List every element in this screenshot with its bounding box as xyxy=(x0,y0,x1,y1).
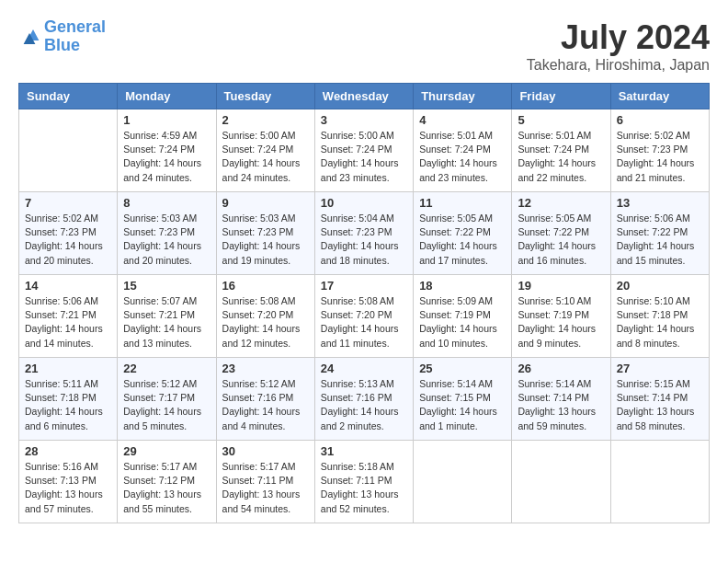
calendar-cell: 6Sunrise: 5:02 AMSunset: 7:23 PMDaylight… xyxy=(610,109,709,192)
day-info: Sunrise: 5:00 AMSunset: 7:24 PMDaylight:… xyxy=(321,129,407,185)
day-number: 4 xyxy=(419,113,506,127)
calendar-cell: 16Sunrise: 5:08 AMSunset: 7:20 PMDayligh… xyxy=(216,275,314,358)
day-info: Sunrise: 5:09 AMSunset: 7:19 PMDaylight:… xyxy=(419,294,506,350)
month-title: July 2024 xyxy=(527,18,710,57)
day-number: 28 xyxy=(25,444,111,458)
day-number: 8 xyxy=(123,196,210,210)
calendar-cell: 22Sunrise: 5:12 AMSunset: 7:17 PMDayligh… xyxy=(118,358,216,441)
column-header-monday: Monday xyxy=(118,84,216,109)
calendar-cell: 7Sunrise: 5:02 AMSunset: 7:23 PMDaylight… xyxy=(19,192,118,275)
day-info: Sunrise: 5:02 AMSunset: 7:23 PMDaylight:… xyxy=(617,129,703,185)
calendar-cell xyxy=(610,441,709,523)
calendar-cell: 8Sunrise: 5:03 AMSunset: 7:23 PMDaylight… xyxy=(118,192,216,275)
calendar-cell: 14Sunrise: 5:06 AMSunset: 7:21 PMDayligh… xyxy=(19,275,118,358)
day-number: 20 xyxy=(617,279,703,293)
day-info: Sunrise: 5:16 AMSunset: 7:13 PMDaylight:… xyxy=(25,460,111,516)
day-number: 19 xyxy=(518,279,604,293)
calendar-cell: 15Sunrise: 5:07 AMSunset: 7:21 PMDayligh… xyxy=(118,275,216,358)
day-number: 21 xyxy=(25,362,111,375)
day-info: Sunrise: 5:10 AMSunset: 7:18 PMDaylight:… xyxy=(617,294,703,350)
day-info: Sunrise: 5:10 AMSunset: 7:19 PMDaylight:… xyxy=(518,294,604,350)
logo-general: General xyxy=(44,17,106,36)
logo-blue: Blue xyxy=(44,36,80,54)
calendar-cell: 28Sunrise: 5:16 AMSunset: 7:13 PMDayligh… xyxy=(19,441,118,523)
day-number: 17 xyxy=(321,279,407,293)
calendar-cell: 12Sunrise: 5:05 AMSunset: 7:22 PMDayligh… xyxy=(512,192,610,275)
calendar-table: SundayMondayTuesdayWednesdayThursdayFrid… xyxy=(18,83,710,523)
day-number: 3 xyxy=(321,113,407,127)
column-header-sunday: Sunday xyxy=(19,84,118,109)
calendar-cell: 1Sunrise: 4:59 AMSunset: 7:24 PMDaylight… xyxy=(118,109,216,192)
calendar-cell: 10Sunrise: 5:04 AMSunset: 7:23 PMDayligh… xyxy=(314,192,413,275)
day-info: Sunrise: 5:08 AMSunset: 7:20 PMDaylight:… xyxy=(222,294,309,350)
calendar-cell: 11Sunrise: 5:05 AMSunset: 7:22 PMDayligh… xyxy=(414,192,512,275)
day-number: 25 xyxy=(419,362,506,375)
day-info: Sunrise: 5:07 AMSunset: 7:21 PMDaylight:… xyxy=(123,294,210,350)
day-number: 5 xyxy=(518,113,604,127)
calendar-cell xyxy=(512,441,610,523)
calendar-cell: 25Sunrise: 5:14 AMSunset: 7:15 PMDayligh… xyxy=(414,358,512,441)
day-info: Sunrise: 5:05 AMSunset: 7:22 PMDaylight:… xyxy=(419,212,506,268)
day-number: 1 xyxy=(123,113,210,127)
day-number: 26 xyxy=(518,362,604,375)
day-info: Sunrise: 5:06 AMSunset: 7:22 PMDaylight:… xyxy=(617,212,703,268)
day-info: Sunrise: 5:01 AMSunset: 7:24 PMDaylight:… xyxy=(419,129,506,185)
calendar-cell: 4Sunrise: 5:01 AMSunset: 7:24 PMDaylight… xyxy=(414,109,512,192)
page-header: General Blue July 2024 Takehara, Hiroshi… xyxy=(18,18,710,74)
calendar-cell xyxy=(19,109,118,192)
day-number: 23 xyxy=(222,362,309,375)
week-row-3: 14Sunrise: 5:06 AMSunset: 7:21 PMDayligh… xyxy=(19,275,710,358)
day-number: 11 xyxy=(419,196,506,210)
calendar-cell xyxy=(414,441,512,523)
week-row-2: 7Sunrise: 5:02 AMSunset: 7:23 PMDaylight… xyxy=(19,192,710,275)
calendar-cell: 19Sunrise: 5:10 AMSunset: 7:19 PMDayligh… xyxy=(512,275,610,358)
day-number: 15 xyxy=(123,279,210,293)
day-info: Sunrise: 5:05 AMSunset: 7:22 PMDaylight:… xyxy=(518,212,604,268)
day-number: 31 xyxy=(321,444,407,458)
day-info: Sunrise: 5:12 AMSunset: 7:16 PMDaylight:… xyxy=(222,377,309,433)
logo-icon xyxy=(18,26,40,48)
day-number: 6 xyxy=(617,113,703,127)
calendar-cell: 24Sunrise: 5:13 AMSunset: 7:16 PMDayligh… xyxy=(314,358,413,441)
calendar-cell: 9Sunrise: 5:03 AMSunset: 7:23 PMDaylight… xyxy=(216,192,314,275)
column-header-thursday: Thursday xyxy=(414,84,512,109)
calendar-cell: 26Sunrise: 5:14 AMSunset: 7:14 PMDayligh… xyxy=(512,358,610,441)
day-info: Sunrise: 5:03 AMSunset: 7:23 PMDaylight:… xyxy=(222,212,309,268)
column-header-tuesday: Tuesday xyxy=(216,84,314,109)
day-info: Sunrise: 5:17 AMSunset: 7:12 PMDaylight:… xyxy=(123,460,210,516)
logo: General Blue xyxy=(18,18,106,55)
day-info: Sunrise: 5:03 AMSunset: 7:23 PMDaylight:… xyxy=(123,212,210,268)
day-number: 10 xyxy=(321,196,407,210)
calendar-cell: 17Sunrise: 5:08 AMSunset: 7:20 PMDayligh… xyxy=(314,275,413,358)
calendar-cell: 30Sunrise: 5:17 AMSunset: 7:11 PMDayligh… xyxy=(216,441,314,523)
calendar-cell: 31Sunrise: 5:18 AMSunset: 7:11 PMDayligh… xyxy=(314,441,413,523)
column-header-wednesday: Wednesday xyxy=(314,84,413,109)
day-info: Sunrise: 5:18 AMSunset: 7:11 PMDaylight:… xyxy=(321,460,407,516)
calendar-cell: 20Sunrise: 5:10 AMSunset: 7:18 PMDayligh… xyxy=(610,275,709,358)
calendar-cell: 21Sunrise: 5:11 AMSunset: 7:18 PMDayligh… xyxy=(19,358,118,441)
calendar-cell: 23Sunrise: 5:12 AMSunset: 7:16 PMDayligh… xyxy=(216,358,314,441)
day-info: Sunrise: 5:04 AMSunset: 7:23 PMDaylight:… xyxy=(321,212,407,268)
calendar-cell: 2Sunrise: 5:00 AMSunset: 7:24 PMDaylight… xyxy=(216,109,314,192)
calendar-cell: 13Sunrise: 5:06 AMSunset: 7:22 PMDayligh… xyxy=(610,192,709,275)
week-row-4: 21Sunrise: 5:11 AMSunset: 7:18 PMDayligh… xyxy=(19,358,710,441)
day-number: 18 xyxy=(419,279,506,293)
column-header-friday: Friday xyxy=(512,84,610,109)
day-info: Sunrise: 5:02 AMSunset: 7:23 PMDaylight:… xyxy=(25,212,111,268)
calendar-cell: 29Sunrise: 5:17 AMSunset: 7:12 PMDayligh… xyxy=(118,441,216,523)
day-number: 27 xyxy=(617,362,703,375)
day-number: 7 xyxy=(25,196,111,210)
header-row: SundayMondayTuesdayWednesdayThursdayFrid… xyxy=(19,84,710,109)
week-row-5: 28Sunrise: 5:16 AMSunset: 7:13 PMDayligh… xyxy=(19,441,710,523)
column-header-saturday: Saturday xyxy=(610,84,709,109)
calendar-cell: 18Sunrise: 5:09 AMSunset: 7:19 PMDayligh… xyxy=(414,275,512,358)
day-info: Sunrise: 5:11 AMSunset: 7:18 PMDaylight:… xyxy=(25,377,111,433)
calendar-cell: 27Sunrise: 5:15 AMSunset: 7:14 PMDayligh… xyxy=(610,358,709,441)
day-number: 9 xyxy=(222,196,309,210)
day-info: Sunrise: 4:59 AMSunset: 7:24 PMDaylight:… xyxy=(123,129,210,185)
calendar-cell: 3Sunrise: 5:00 AMSunset: 7:24 PMDaylight… xyxy=(314,109,413,192)
day-number: 14 xyxy=(25,279,111,293)
day-info: Sunrise: 5:13 AMSunset: 7:16 PMDaylight:… xyxy=(321,377,407,433)
day-number: 24 xyxy=(321,362,407,375)
day-number: 29 xyxy=(123,444,210,458)
